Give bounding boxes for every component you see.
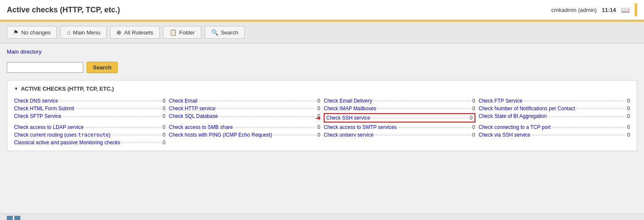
check-count: 0	[317, 132, 320, 138]
check-row: Check connecting to a TCP port0	[479, 124, 630, 130]
check-dots	[85, 127, 161, 128]
check-name-link[interactable]: Check IMAP Mailboxes	[324, 106, 376, 111]
check-count: 0	[472, 132, 475, 138]
check-row: Classical active and passive Monitoring …	[14, 140, 166, 146]
check-dots	[374, 101, 471, 101]
check-row: Check HTTP service0	[169, 106, 321, 111]
section-title: ACTIVE CHECKS (HTTP, TCP, ETC.)	[21, 86, 114, 92]
check-name-link[interactable]: Check SFTP Service	[14, 113, 61, 119]
clock: 11:14	[602, 7, 616, 13]
check-count: 0	[627, 124, 630, 130]
arrow-icon: ➔	[315, 114, 321, 122]
check-name-link[interactable]: Check FTP Service	[479, 98, 523, 104]
check-count: 0	[472, 106, 475, 111]
check-row: Check Email Delivery0	[324, 98, 475, 104]
check-dots	[274, 135, 316, 135]
check-count: 0	[627, 106, 630, 111]
yellow-indicator	[635, 3, 637, 16]
check-row: Check SFTP Service0	[14, 113, 166, 123]
check-dots	[234, 127, 316, 128]
search-bar: Search	[7, 62, 637, 73]
check-row: Check State of BI Aggregation0	[479, 113, 630, 123]
check-count: 0	[472, 98, 475, 104]
check-row: Check access to SMB share0	[169, 124, 321, 130]
main-menu-label: Main Menu	[73, 29, 100, 36]
check-dots	[199, 101, 316, 101]
check-dots	[220, 116, 316, 117]
check-row: Check hosts with PING (ICMP Echo Request…	[169, 132, 321, 138]
check-dots	[375, 135, 470, 135]
check-dots	[577, 109, 625, 109]
home-icon: ⌂	[67, 29, 70, 36]
book-icon[interactable]: 📖	[621, 6, 630, 14]
circle-plus-icon: ⊕	[116, 29, 121, 36]
check-row: Check SQL Database0	[169, 113, 321, 123]
check-name-link[interactable]: Check Number of Notifications per Contac…	[479, 106, 575, 111]
check-count: 0	[627, 132, 630, 138]
check-name-link[interactable]: Check HTML Form Submit	[14, 106, 74, 111]
check-dots	[524, 101, 626, 101]
check-count: 0	[627, 98, 630, 104]
search-toolbar-button[interactable]: 🔍 Search	[205, 26, 245, 39]
check-name-link[interactable]: Check access to SMTP services	[324, 124, 397, 130]
check-count: 0	[472, 124, 475, 130]
check-dots	[60, 101, 161, 101]
check-name-link[interactable]: Check connecting to a TCP port	[479, 124, 551, 130]
all-rulesets-label: All Rulesets	[124, 29, 153, 36]
check-count: 0	[470, 115, 473, 121]
check-name-link[interactable]: Check hosts with PING (ICMP Echo Request…	[169, 132, 272, 138]
check-name-link[interactable]: Check uniserv service	[324, 132, 373, 138]
user-info: cmkadmin (admin)	[551, 7, 597, 13]
check-row: Check access to SMTP services0	[324, 124, 475, 130]
check-name-link[interactable]: Check via SSH service	[479, 132, 531, 138]
check-name-link[interactable]: Check DNS service	[14, 98, 58, 104]
search-toolbar-label: Search	[221, 29, 238, 36]
check-count: 0	[317, 106, 320, 111]
check-row: Check DNS service0	[14, 98, 166, 104]
check-name-link[interactable]: Check SSH service	[326, 115, 370, 121]
check-count: 0	[163, 113, 166, 119]
check-dots	[532, 135, 626, 135]
header: Active checks (HTTP, TCP, etc.) cmkadmin…	[0, 0, 644, 20]
check-count: 0	[163, 140, 166, 146]
check-name-link[interactable]: Check Email Delivery	[324, 98, 372, 104]
breadcrumb-link[interactable]: Main directory	[7, 49, 42, 55]
folder-label: Folder	[179, 29, 195, 36]
check-dots	[217, 109, 316, 109]
search-toolbar-icon: 🔍	[211, 29, 218, 36]
check-name-link[interactable]: Check current routing (uses traceroute)	[14, 132, 110, 138]
folder-button[interactable]: 📋 Folder	[163, 26, 201, 39]
check-dots	[76, 109, 161, 109]
search-input[interactable]	[7, 62, 83, 73]
check-name-link[interactable]: Check access to SMB share	[169, 124, 233, 130]
check-name-link[interactable]: Classical active and passive Monitoring …	[14, 140, 120, 146]
footer-icon-1	[7, 216, 13, 220]
search-button[interactable]: Search	[87, 62, 118, 73]
check-row: Check access to LDAP service0	[14, 124, 166, 130]
all-rulesets-button[interactable]: ⊕ All Rulesets	[110, 26, 160, 39]
check-dots	[122, 143, 161, 143]
check-name-link[interactable]: Check HTTP service	[169, 106, 216, 111]
folder-icon: 📋	[169, 29, 177, 36]
check-dots	[398, 127, 471, 128]
check-row: Check SSH service0➔	[324, 113, 475, 123]
header-right: cmkadmin (admin) 11:14 📖	[551, 3, 637, 16]
check-row: Check HTML Form Submit0	[14, 106, 166, 111]
no-changes-button[interactable]: ⚑ No changes	[7, 26, 57, 39]
check-dots	[372, 118, 468, 118]
check-row: Check FTP Service0	[479, 98, 630, 104]
check-row: Check IMAP Mailboxes0	[324, 106, 475, 111]
ruleset-section: ▼ ACTIVE CHECKS (HTTP, TCP, ETC.) Check …	[7, 80, 637, 151]
no-changes-label: No changes	[21, 29, 51, 36]
warning-icon: ⚑	[13, 29, 19, 36]
check-count: 0	[163, 98, 166, 104]
main-menu-button[interactable]: ⌂ Main Menu	[60, 26, 107, 39]
check-name-link[interactable]: Check State of BI Aggregation	[479, 113, 547, 119]
check-count: 0	[163, 132, 166, 138]
check-name-link[interactable]: Check SQL Database	[169, 113, 218, 119]
check-count: 0	[317, 98, 320, 104]
footer-icon-2	[14, 216, 20, 220]
check-name-link[interactable]: Check access to LDAP service	[14, 124, 84, 130]
check-name-link[interactable]: Check Email	[169, 98, 198, 104]
checks-grid: Check DNS service0Check Email0Check Emai…	[14, 98, 630, 146]
